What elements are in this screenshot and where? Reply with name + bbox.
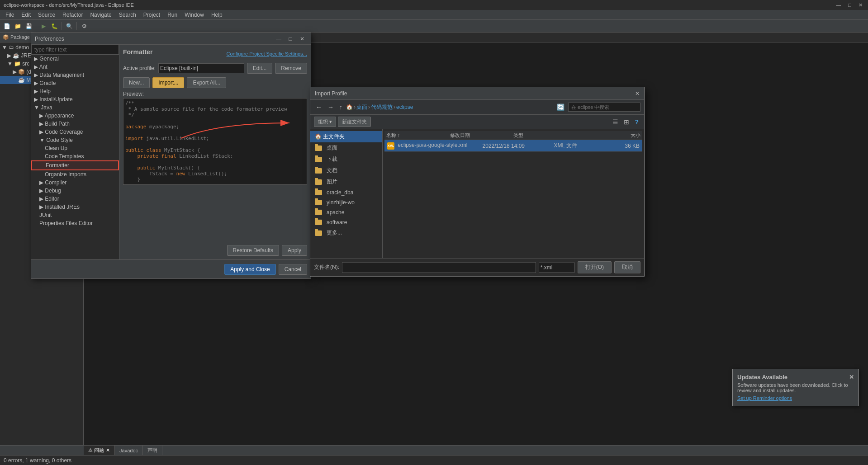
left-yinzhijie[interactable]: yinzhijie-wo	[310, 197, 382, 207]
col-header-type[interactable]: 类型	[513, 132, 577, 139]
pref-tree-appearance[interactable]: ▶ Appearance	[31, 112, 119, 120]
breadcrumb-eclipse[interactable]: eclipse	[396, 104, 413, 110]
pref-tree-gradle[interactable]: ▶ Gradle	[31, 79, 119, 87]
profile-select[interactable]: Eclipse [built-in]	[158, 63, 244, 73]
col-header-date[interactable]: 修改日期	[450, 132, 514, 139]
filename-input[interactable]	[342, 262, 536, 273]
pref-minimize[interactable]: —	[274, 34, 284, 44]
cancel-import-btn[interactable]: 取消	[614, 261, 640, 273]
nav-refresh[interactable]: 🔄	[555, 103, 566, 112]
menu-navigate[interactable]: Navigate	[86, 11, 115, 19]
minimize-btn[interactable]: —	[834, 2, 843, 8]
pref-tree-buildpath[interactable]: ▶ Build Path	[31, 120, 119, 128]
pref-tree-junit[interactable]: JUnit	[31, 211, 119, 219]
folder-icon	[315, 157, 322, 162]
toolbar-save[interactable]: 💾	[24, 21, 33, 31]
pref-tree-help[interactable]: ▶ Help	[31, 87, 119, 95]
toolbar-settings[interactable]: ⚙	[79, 21, 89, 31]
left-home-folder[interactable]: 🏠 主文件夹	[310, 131, 382, 142]
tab-problems[interactable]: ⚠ 问题 ✕	[84, 446, 115, 455]
apply-btn[interactable]: Apply	[282, 245, 307, 256]
breadcrumb-desktop[interactable]: 桌面	[356, 103, 367, 111]
toolbar-run[interactable]: ▶	[38, 21, 48, 31]
file-name: XML eclipse-java-google-style.xml	[387, 142, 483, 150]
toolbar-open[interactable]: 📁	[13, 21, 23, 31]
left-oracle[interactable]: oracle_dba	[310, 188, 382, 197]
filetype-select[interactable]: *.xml	[539, 263, 575, 272]
menu-run[interactable]: Run	[164, 11, 181, 19]
menu-project[interactable]: Project	[140, 11, 164, 19]
left-pictures[interactable]: 图片	[310, 176, 382, 188]
left-more[interactable]: 更多...	[310, 227, 382, 239]
pref-tree-codestyle[interactable]: ▼ Code Style	[31, 136, 119, 144]
import-search[interactable]	[568, 103, 640, 112]
pref-tree-ant[interactable]: ▶ Ant	[31, 63, 119, 71]
edit-btn[interactable]: Edit...	[247, 63, 273, 74]
window-controls[interactable]: — □ ✕	[834, 2, 864, 8]
apply-close-btn[interactable]: Apply and Close	[224, 264, 275, 275]
breadcrumb-code[interactable]: 代码规范	[371, 103, 393, 111]
left-documents[interactable]: 文档	[310, 165, 382, 176]
tab-close[interactable]: ✕	[106, 447, 110, 453]
export-all-btn[interactable]: Export All...	[187, 77, 226, 88]
col-header-name[interactable]: 名称 ↑	[386, 132, 450, 139]
pref-tree-propfiles[interactable]: Properties Files Editor	[31, 219, 119, 227]
cancel-btn[interactable]: Cancel	[279, 264, 307, 275]
menu-window[interactable]: Window	[181, 11, 208, 19]
new-folder-btn[interactable]: 新建文件夹	[338, 117, 371, 127]
left-apache[interactable]: apache	[310, 207, 382, 217]
updates-link[interactable]: Set up Reminder options	[737, 395, 792, 401]
pref-main: Formatter Configure Project Specific Set…	[119, 45, 311, 259]
pref-close[interactable]: ✕	[297, 34, 307, 44]
menu-refactor[interactable]: Refactor	[59, 11, 86, 19]
pref-maximize[interactable]: □	[285, 34, 295, 44]
maximize-btn[interactable]: □	[846, 2, 853, 8]
organize-btn[interactable]: 组织 ▾	[314, 117, 336, 127]
pref-tree-organizeimports[interactable]: Organize Imports	[31, 170, 119, 178]
nav-back[interactable]: ←	[314, 103, 324, 112]
restore-defaults-btn[interactable]: Restore Defaults	[227, 245, 279, 256]
menu-edit[interactable]: Edit	[18, 11, 34, 19]
col-header-size[interactable]: 大小	[577, 132, 641, 139]
new-btn[interactable]: New...	[123, 77, 150, 88]
pref-filter-input[interactable]	[31, 45, 119, 55]
help-icon[interactable]: ?	[633, 117, 640, 127]
toolbar-search[interactable]: 🔍	[64, 21, 74, 31]
updates-close[interactable]: ✕	[849, 374, 854, 380]
menu-file[interactable]: File	[2, 11, 18, 19]
open-btn[interactable]: 打开(O)	[578, 261, 612, 273]
toolbar-debug[interactable]: 🐛	[49, 21, 59, 31]
left-software[interactable]: software	[310, 217, 382, 227]
toolbar-new[interactable]: 📄	[2, 21, 12, 31]
pref-tree-java[interactable]: ▼ Java	[31, 103, 119, 112]
import-btn[interactable]: Import...	[152, 77, 184, 88]
left-download[interactable]: 下载	[310, 154, 382, 165]
pref-tree-compiler[interactable]: ▶ Compiler	[31, 178, 119, 187]
active-profile-label: Active profile:	[123, 65, 156, 71]
pref-tree-formatter[interactable]: Formatter	[31, 160, 119, 170]
menu-search[interactable]: Search	[115, 11, 140, 19]
pref-tree-general[interactable]: ▶ General	[31, 55, 119, 63]
view-list[interactable]: ☰	[611, 117, 620, 127]
view-grid[interactable]: ⊞	[622, 117, 631, 127]
tab-javadoc[interactable]: Javadoc	[115, 446, 143, 455]
menu-source[interactable]: Source	[34, 11, 59, 19]
tab-declaration[interactable]: 声明	[143, 446, 162, 455]
left-desktop[interactable]: 桌面	[310, 142, 382, 154]
menu-help[interactable]: Help	[208, 11, 226, 19]
import-close[interactable]: ✕	[635, 90, 640, 97]
pref-tree-install[interactable]: ▶ Install/Update	[31, 95, 119, 103]
pref-tree-codecoverage[interactable]: ▶ Code Coverage	[31, 128, 119, 136]
pref-tree-cleanup[interactable]: Clean Up	[31, 144, 119, 152]
pref-tree-installedjres[interactable]: ▶ Installed JREs	[31, 203, 119, 211]
pref-tree-editor[interactable]: ▶ Editor	[31, 195, 119, 203]
pref-tree-data[interactable]: ▶ Data Management	[31, 71, 119, 79]
close-btn[interactable]: ✕	[857, 2, 864, 8]
nav-up[interactable]: ↑	[337, 103, 344, 112]
pref-tree-debug[interactable]: ▶ Debug	[31, 187, 119, 195]
configure-link[interactable]: Configure Project Specific Settings...	[226, 51, 307, 56]
pref-tree-codetemplates[interactable]: Code Templates	[31, 152, 119, 160]
nav-forward[interactable]: →	[326, 103, 336, 112]
file-row-xml[interactable]: XML eclipse-java-google-style.xml 2022/1…	[384, 140, 642, 152]
remove-btn[interactable]: Remove	[275, 63, 307, 74]
